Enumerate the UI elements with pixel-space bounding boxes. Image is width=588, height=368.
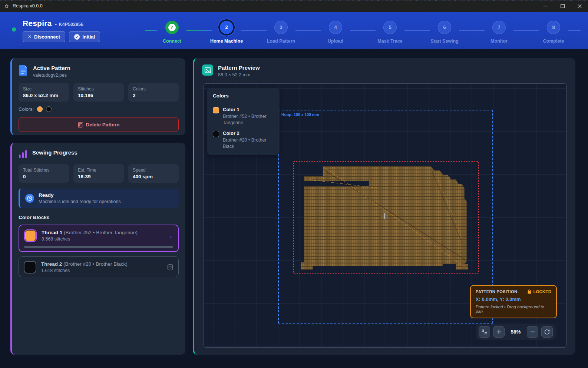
preview-dimensions: 86.0 × 52.2 mm: [218, 72, 260, 77]
step-circle: 7: [492, 21, 506, 34]
thread-1-name: Thread 1 (Brother #52 • Brother Tangerin…: [42, 230, 161, 235]
step-start-sewing[interactable]: 6 Start Sewing: [430, 21, 459, 44]
thread-2-name: Thread 2 (Brother #20 • Brother Black): [41, 261, 162, 267]
zoom-level: 58%: [508, 329, 524, 335]
minimize-button[interactable]: [537, 0, 554, 12]
preview-title: Pattern Preview: [218, 64, 260, 71]
stepper-connector: [186, 30, 212, 31]
app-name: Respira: [23, 19, 52, 28]
step-circle: 2: [220, 21, 233, 34]
window-title: Respira v0.0.0: [13, 3, 43, 9]
machine-serial: •K4P502956: [55, 22, 83, 27]
workflow-stepper: ✓ Connect 2 Home Machine 3 Load Pattern …: [145, 18, 581, 44]
thread-1-progress-bar: [24, 246, 173, 248]
stepper-connector: [241, 30, 267, 31]
step-monitor[interactable]: 7 Monitor: [485, 21, 513, 44]
legend-item-color-2: Color 2 Brother #20 • Brother Black: [213, 130, 274, 150]
stepper-connector: [404, 30, 430, 31]
zoom-toolbar: 58%: [476, 324, 556, 340]
step-circle: 3: [274, 21, 288, 34]
stepper-connector: [568, 30, 581, 31]
check-badge-icon: ✓: [74, 34, 80, 40]
trash-icon: [78, 122, 83, 127]
step-circle: 6: [438, 21, 451, 34]
thread-2-swatch: [24, 261, 36, 273]
stepper-connector: [513, 30, 539, 31]
fit-to-screen-button[interactable]: [479, 326, 490, 338]
connection-status-dot: [12, 27, 16, 32]
app-logo-icon: ✿: [4, 3, 10, 9]
thread-1-swatch: [24, 229, 37, 242]
position-coordinates: X: 0.0mm, Y: 0.0mm: [476, 296, 551, 302]
x-icon: ✕: [28, 34, 32, 39]
stepper-connector: [145, 30, 158, 31]
legend-swatch-1: [213, 107, 219, 113]
colors-legend: Colors Color 1 Brother #52 • Brother Tan…: [207, 88, 280, 155]
lock-icon: [528, 289, 531, 294]
step-circle: 5: [383, 21, 397, 34]
card-title: Active Pattern: [33, 65, 70, 71]
step-circle: 8: [547, 21, 560, 34]
app-window: ✿ Respira v0.0.0 Respira •K4P502956 ✕: [0, 0, 588, 368]
colors-label: Colors:: [19, 106, 34, 112]
disconnect-button[interactable]: ✕ Disconnect: [23, 31, 65, 42]
position-label: PATTERN POSITION:: [476, 289, 519, 294]
arrow-right-icon: →: [166, 232, 173, 240]
step-load-pattern[interactable]: 3 Load Pattern: [267, 21, 295, 44]
stat-total-stitches: Total Stitches 0: [19, 164, 69, 183]
stat-est-time: Est. Time 16:39: [73, 164, 124, 183]
maximize-button[interactable]: [554, 0, 571, 12]
pattern-position-panel: PATTERN POSITION: LOCKED X: 0.0mm, Y: 0.…: [470, 285, 557, 318]
thread-block-1[interactable]: Thread 1 (Brother #52 • Brother Tangerin…: [19, 225, 179, 252]
check-icon: ✓: [168, 24, 176, 31]
legend-title: Colors: [213, 93, 274, 102]
legend-item-color-1: Color 1 Brother #52 • Brother Tangerine: [213, 107, 274, 126]
color-blocks-heading: Color Blocks: [19, 215, 179, 220]
clock-icon: [25, 194, 34, 203]
background-window-artifact: [0, 0, 588, 1]
app-header: Respira •K4P502956 ✕ Disconnect ✓ Initia…: [0, 12, 588, 49]
step-complete[interactable]: 8 Complete: [539, 21, 568, 44]
close-button[interactable]: [571, 0, 588, 12]
stepper-connector: [459, 30, 485, 31]
position-hint: Pattern locked • Drag background to pan: [476, 305, 551, 314]
stat-speed: Speed 400 spm: [128, 164, 179, 183]
thread-1-stitches: 8.568 stitches: [42, 236, 161, 242]
active-pattern-card: Active Pattern valetudogv2.pes Size 86.0…: [10, 58, 185, 135]
image-icon: [202, 64, 213, 76]
step-circle: 4: [329, 21, 342, 34]
lock-status: LOCKED: [528, 289, 551, 294]
bar-chart-icon: [19, 149, 27, 159]
reset-view-button[interactable]: [541, 326, 553, 338]
stepper-connector: [350, 30, 376, 31]
step-upload[interactable]: 4 Upload: [321, 21, 350, 44]
file-icon: [19, 65, 28, 76]
layers-stack-icon: [167, 264, 174, 271]
step-connect[interactable]: ✓ Connect: [158, 21, 186, 44]
preview-canvas[interactable]: Hoop: 100 x 100 mm: [204, 83, 566, 348]
pattern-filename: valetudogv2.pes: [33, 73, 70, 78]
card-title: Sewing Progress: [32, 149, 77, 156]
zoom-in-button[interactable]: [493, 326, 505, 338]
thread-2-stitches: 1.618 stitches: [41, 268, 162, 273]
stat-size: Size 86.0 x 52.2 mm: [19, 83, 69, 102]
status-title: Ready: [39, 192, 121, 198]
status-description: Machine is idle and ready for operations: [39, 199, 121, 204]
zoom-out-button[interactable]: [527, 326, 538, 338]
step-home-machine[interactable]: 2 Home Machine: [212, 21, 241, 44]
step-circle: ✓: [165, 21, 179, 34]
color-swatch-1: [37, 106, 43, 112]
step-mask-trace[interactable]: 5 Mask Trace: [376, 21, 404, 44]
stat-colors: Colors 2: [128, 83, 179, 102]
stat-stitches: Stitches 10.186: [73, 83, 124, 102]
legend-swatch-2: [213, 131, 219, 137]
machine-status-banner: Ready Machine is idle and ready for oper…: [19, 189, 179, 208]
sewing-progress-card: Sewing Progress Total Stitches 0 Est. Ti…: [10, 143, 185, 355]
pattern-preview-panel: Pattern Preview 86.0 × 52.2 mm Hoop: 100…: [193, 58, 575, 355]
color-swatch-2: [46, 106, 52, 112]
window-titlebar: ✿ Respira v0.0.0: [0, 0, 588, 12]
thread-block-2[interactable]: Thread 2 (Brother #20 • Brother Black) 1…: [19, 256, 179, 277]
initial-button[interactable]: ✓ Initial: [69, 31, 100, 42]
stepper-connector: [295, 30, 321, 31]
delete-pattern-button[interactable]: Delete Pattern: [19, 117, 179, 132]
